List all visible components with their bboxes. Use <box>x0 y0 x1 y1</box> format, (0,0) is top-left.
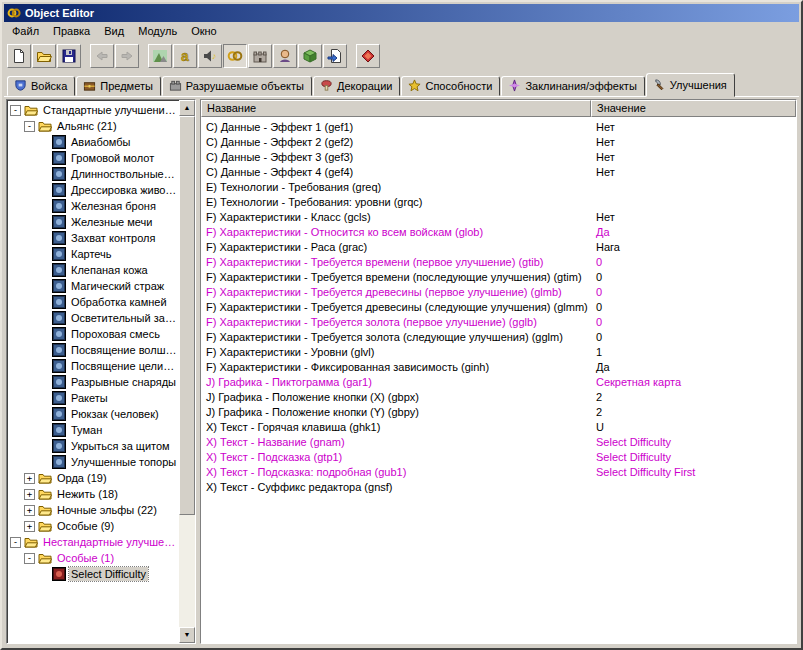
tree-item[interactable]: Железные мечи <box>8 214 179 230</box>
tree-item[interactable]: -Альянс (21) <box>8 118 179 134</box>
tree-item[interactable]: Рюкзак (человек) <box>8 406 179 422</box>
save-map-button[interactable] <box>57 44 81 68</box>
field-row[interactable]: F) Характеристики - Класс (gcls)Нет <box>201 209 796 224</box>
field-row[interactable]: C) Данные - Эффект 4 (gef4)Нет <box>201 164 796 179</box>
field-row[interactable]: F) Характеристики - Требуется времени (п… <box>201 269 796 284</box>
tree-item[interactable]: Туман <box>8 422 179 438</box>
field-row[interactable]: F) Характеристики - Уровни (glvl)1 <box>201 344 796 359</box>
tree-vertical-scrollbar[interactable]: ▲ ▼ <box>179 100 195 643</box>
tree-toggle-spacer <box>38 169 49 180</box>
collapse-icon[interactable]: - <box>10 105 21 116</box>
menu-edit[interactable]: Правка <box>46 23 97 40</box>
tab-items[interactable]: Предметы <box>76 76 161 96</box>
tree-item[interactable]: Посвящение волшебниц <box>8 342 179 358</box>
tree-item[interactable]: Улучшенные топоры <box>8 454 179 470</box>
test-map-button[interactable] <box>356 44 380 68</box>
sound-editor-button[interactable]: ♪ <box>198 44 222 68</box>
tab-upgrades[interactable]: Улучшения <box>646 73 735 97</box>
tree-item[interactable]: Громовой молот <box>8 150 179 166</box>
collapse-icon[interactable]: - <box>24 121 35 132</box>
field-row[interactable]: F) Характеристики - Требуется древесины … <box>201 299 796 314</box>
field-row[interactable]: X) Текст - Подсказка: подробная (gub1)Se… <box>201 464 796 479</box>
ai-editor-button[interactable] <box>273 44 297 68</box>
field-row[interactable]: C) Данные - Эффект 1 (gef1)Нет <box>201 119 796 134</box>
field-row[interactable]: F) Характеристики - Требуется золота (сл… <box>201 329 796 344</box>
menu-file[interactable]: Файл <box>5 23 46 40</box>
field-row[interactable]: C) Данные - Эффект 2 (gef2)Нет <box>201 134 796 149</box>
expand-icon[interactable]: + <box>24 473 35 484</box>
scrollbar-thumb[interactable] <box>179 116 195 515</box>
tree-item[interactable]: Ракеты <box>8 390 179 406</box>
scroll-down-icon[interactable]: ▼ <box>179 627 195 643</box>
menu-window[interactable]: Окно <box>184 23 224 40</box>
import-manager-button[interactable] <box>323 44 347 68</box>
field-row[interactable]: J) Графика - Положение кнопки (X) (gbpx)… <box>201 389 796 404</box>
title-bar[interactable]: Object Editor <box>4 4 799 22</box>
field-row[interactable]: F) Характеристики - Раса (grac)Нага <box>201 239 796 254</box>
field-row[interactable]: E) Технологии - Требования: уровни (grqc… <box>201 194 796 209</box>
tree-item[interactable]: +Орда (19) <box>8 470 179 486</box>
object-editor-button[interactable] <box>223 44 247 68</box>
tree-item[interactable]: Select Difficulty <box>8 566 179 582</box>
tree-item[interactable]: Магический страж <box>8 278 179 294</box>
tree-item[interactable]: +Ночные эльфы (22) <box>8 502 179 518</box>
expand-icon[interactable]: + <box>24 505 35 516</box>
tab-doodads[interactable]: Декорации <box>313 76 400 96</box>
terrain-editor-button[interactable] <box>148 44 172 68</box>
tree-item[interactable]: Авиабомбы <box>8 134 179 150</box>
tree-item[interactable]: Укрыться за щитом <box>8 438 179 454</box>
field-row[interactable]: E) Технологии - Требования (greq) <box>201 179 796 194</box>
tree-item[interactable]: Железная броня <box>8 198 179 214</box>
scrollbar-track[interactable] <box>179 116 195 627</box>
field-row[interactable]: X) Текст - Суффикс редактора (gnsf) <box>201 479 796 494</box>
tree-item[interactable]: Длинноствольные муш... <box>8 166 179 182</box>
trigger-editor-button[interactable]: a <box>173 44 197 68</box>
object-editor-window-icon[interactable] <box>7 6 21 20</box>
field-row[interactable]: X) Текст - Название (gnam)Select Difficu… <box>201 434 796 449</box>
column-header-name[interactable]: Название <box>201 100 591 117</box>
tab-buffs[interactable]: Заклинания/эффекты <box>501 76 644 96</box>
scroll-up-icon[interactable]: ▲ <box>179 100 195 116</box>
field-row[interactable]: F) Характеристики - Требуется древесины … <box>201 284 796 299</box>
new-map-button[interactable] <box>7 44 31 68</box>
field-name-cell: F) Характеристики - Фиксированная зависи… <box>201 361 591 373</box>
tree-item[interactable]: Осветительный заряд <box>8 310 179 326</box>
field-row[interactable]: J) Графика - Положение кнопки (Y) (gbpy)… <box>201 404 796 419</box>
field-row[interactable]: C) Данные - Эффект 3 (gef3)Нет <box>201 149 796 164</box>
tree-item[interactable]: Посвящение целителей <box>8 358 179 374</box>
field-row[interactable]: F) Характеристики - Требуется золота (пе… <box>201 314 796 329</box>
tree-item[interactable]: -Особые (1) <box>8 550 179 566</box>
column-header-value[interactable]: Значение <box>591 100 796 117</box>
tab-destructibles[interactable]: Разрушаемые объекты <box>162 76 312 96</box>
tree-item[interactable]: Захват контроля <box>8 230 179 246</box>
expand-icon[interactable]: + <box>24 521 35 532</box>
menu-module[interactable]: Модуль <box>131 23 184 40</box>
tree-item[interactable]: Разрывные снаряды <box>8 374 179 390</box>
tab-units[interactable]: Войска <box>7 76 75 96</box>
collapse-icon[interactable]: - <box>24 553 35 564</box>
tree-item[interactable]: Пороховая смесь <box>8 326 179 342</box>
tab-abilities[interactable]: Способности <box>401 76 500 96</box>
field-row[interactable]: F) Характеристики - Требуется времени (п… <box>201 254 796 269</box>
collapse-icon[interactable]: - <box>10 537 21 548</box>
open-map-button[interactable] <box>32 44 56 68</box>
tree-item[interactable]: Клепаная кожа <box>8 262 179 278</box>
field-row[interactable]: F) Характеристики - Фиксированная зависи… <box>201 359 796 374</box>
campaign-editor-button[interactable] <box>248 44 272 68</box>
tree-item[interactable]: +Нежить (18) <box>8 486 179 502</box>
tree-item-label: Захват контроля <box>69 231 158 245</box>
object-manager-button[interactable] <box>298 44 322 68</box>
tree-item[interactable]: Дрессировка животных <box>8 182 179 198</box>
tree-item[interactable]: -Нестандартные улучшения (1) <box>8 534 179 550</box>
tree-item[interactable]: Обработка камней <box>8 294 179 310</box>
tree-item[interactable]: -Стандартные улучшения (89) <box>8 102 179 118</box>
expand-icon[interactable]: + <box>24 489 35 500</box>
field-row[interactable]: X) Текст - Горячая клавиша (ghk1)U <box>201 419 796 434</box>
field-row[interactable]: J) Графика - Пиктограмма (gar1)Секретная… <box>201 374 796 389</box>
field-row[interactable]: F) Характеристики - Относится ко всем во… <box>201 224 796 239</box>
tree-indent <box>8 358 36 374</box>
tree-item[interactable]: Картечь <box>8 246 179 262</box>
tree-item[interactable]: +Особые (9) <box>8 518 179 534</box>
menu-view[interactable]: Вид <box>97 23 131 40</box>
field-row[interactable]: X) Текст - Подсказка (gtp1)Select Diffic… <box>201 449 796 464</box>
